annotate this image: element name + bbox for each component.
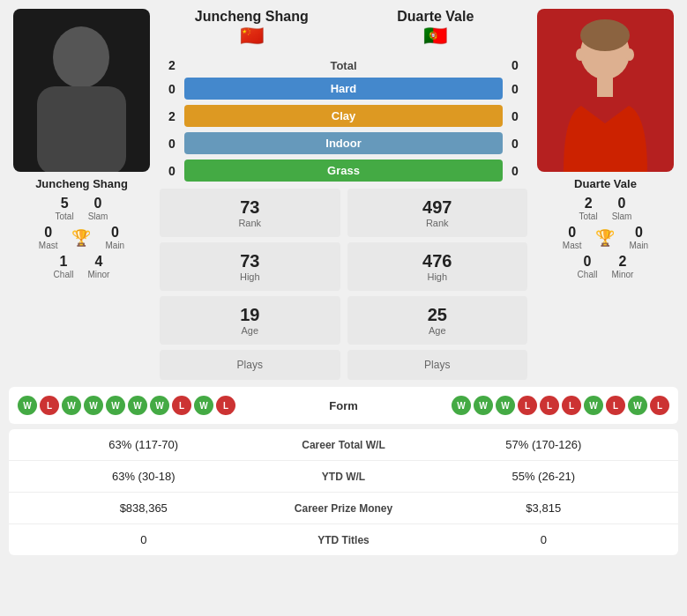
right-stats-row2: 0 Mast 🏆 0 Main — [533, 225, 678, 250]
left-form-badges: WLWWWWWLWL — [18, 396, 235, 415]
right-indoor-score: 0 — [506, 137, 524, 151]
left-flag: 🇨🇳 — [160, 25, 344, 48]
clay-badge: Clay — [184, 105, 503, 127]
stats-left-val: 63% (30-18) — [23, 470, 265, 483]
right-age-lbl: Age — [360, 325, 516, 336]
left-hard-score: 0 — [163, 82, 181, 96]
left-indoor-score: 0 — [163, 137, 181, 151]
plays-boxes-row: Plays Plays — [160, 350, 527, 380]
stats-row: 63% (117-70)Career Total W/L57% (170-126… — [9, 429, 678, 461]
right-plays-box: Plays — [347, 350, 528, 380]
total-label: Total — [184, 59, 503, 72]
stats-row: $838,365Career Prize Money$3,815 — [9, 493, 678, 524]
left-player-avatar — [13, 9, 150, 172]
left-age-val: 19 — [172, 305, 328, 325]
form-badge-w: W — [18, 396, 37, 415]
left-rank-lbl: Rank — [172, 218, 328, 228]
grass-row: 0 Grass 0 — [163, 160, 524, 182]
form-badge-l: L — [216, 396, 235, 415]
right-age-box: 25 Age — [347, 296, 528, 345]
form-badge-w: W — [584, 396, 603, 415]
left-total: 5 Total — [56, 196, 74, 221]
svg-point-0 — [53, 26, 109, 88]
form-badge-w: W — [150, 396, 169, 415]
right-player-name: Duarte Vale — [574, 177, 637, 190]
svg-rect-4 — [597, 78, 613, 97]
total-row: 2 Total 0 — [163, 58, 524, 72]
form-badge-w: W — [474, 396, 493, 415]
right-clay-score: 0 — [506, 109, 524, 123]
right-trophy-icon: 🏆 — [595, 228, 615, 248]
left-slam: 0 Slam — [88, 196, 108, 221]
left-player-stats: 5 Total 0 Slam 0 Mast — [9, 196, 154, 279]
svg-rect-1 — [37, 86, 126, 172]
right-player-card: Duarte Vale 2 Total 0 Slam — [533, 9, 678, 279]
right-grass-score: 0 — [506, 164, 524, 178]
left-player-section: Juncheng Shang 5 Total 0 Slam — [9, 9, 154, 380]
right-hard-score: 0 — [506, 82, 524, 96]
stats-center-label: Career Prize Money — [265, 502, 423, 515]
right-rank-val: 497 — [360, 197, 516, 218]
indoor-row: 0 Indoor 0 — [163, 132, 524, 154]
grass-badge: Grass — [184, 160, 503, 182]
right-minor: 2 Minor — [611, 254, 633, 279]
main-container: Juncheng Shang 5 Total 0 Slam — [0, 0, 687, 564]
form-badge-w: W — [628, 396, 647, 415]
right-player-stats: 2 Total 0 Slam 0 Mast 🏆 — [533, 196, 678, 279]
stats-center-label: YTD W/L — [265, 471, 423, 483]
stats-row: 63% (30-18)YTD W/L55% (26-21) — [9, 461, 678, 493]
right-stats-row3: 0 Chall 2 Minor — [533, 254, 678, 279]
age-boxes-row: 19 Age 25 Age — [160, 296, 527, 345]
form-badge-l: L — [518, 396, 537, 415]
svg-point-3 — [580, 19, 630, 51]
left-chall: 1 Chall — [54, 254, 74, 279]
left-stats-row1: 5 Total 0 Slam — [9, 196, 154, 221]
left-name-center: Juncheng Shang — [160, 9, 344, 25]
form-badge-w: W — [128, 396, 147, 415]
form-label: Form — [313, 399, 375, 412]
right-form-badges: WWWLLLWLWL — [452, 396, 669, 415]
left-plays-lbl: Plays — [172, 359, 328, 371]
right-high-lbl: High — [360, 271, 516, 282]
left-age-lbl: Age — [172, 325, 328, 336]
left-mast: 0 Mast — [39, 225, 58, 250]
left-name-flag: Juncheng Shang 🇨🇳 — [160, 9, 344, 48]
hard-row: 0 Hard 0 — [163, 78, 524, 100]
left-plays-box: Plays — [160, 350, 340, 380]
clay-row: 2 Clay 0 — [163, 105, 524, 127]
form-badge-w: W — [84, 396, 103, 415]
left-high-lbl: High — [172, 271, 328, 282]
form-row: WLWWWWWLWL Form WWWLLLWLWL — [18, 396, 669, 415]
right-mast: 0 Mast — [563, 225, 582, 250]
left-total-score: 2 — [163, 58, 181, 72]
indoor-badge: Indoor — [184, 132, 503, 154]
right-rank-lbl: Rank — [360, 218, 516, 228]
form-badge-l: L — [650, 396, 669, 415]
stats-right-val: 0 — [423, 533, 665, 546]
left-main: 0 Main — [105, 225, 124, 250]
high-boxes-row: 73 High 476 High — [160, 242, 527, 291]
form-badge-l: L — [172, 396, 191, 415]
right-chall: 0 Chall — [578, 254, 598, 279]
right-total: 2 Total — [579, 196, 598, 221]
right-high-box: 476 High — [347, 242, 528, 291]
form-badge-w: W — [62, 396, 81, 415]
stats-table: 63% (117-70)Career Total W/L57% (170-126… — [9, 429, 678, 555]
svg-point-6 — [625, 48, 634, 61]
right-name-flag: Duarte Vale 🇵🇹 — [344, 9, 528, 48]
right-total-score: 0 — [506, 58, 524, 72]
left-player-name: Juncheng Shang — [35, 177, 128, 190]
left-rank-val: 73 — [172, 197, 328, 218]
stats-left-val: 0 — [23, 533, 265, 546]
form-badge-w: W — [496, 396, 515, 415]
right-stats-row1: 2 Total 0 Slam — [533, 196, 678, 221]
stats-left-val: $838,365 — [23, 501, 265, 515]
left-rank-box: 73 Rank — [160, 189, 340, 237]
right-flag: 🇵🇹 — [344, 25, 528, 48]
right-player-section: Duarte Vale 2 Total 0 Slam — [533, 9, 678, 380]
form-badge-l: L — [606, 396, 625, 415]
form-badge-l: L — [540, 396, 559, 415]
form-badge-w: W — [194, 396, 213, 415]
right-name-center: Duarte Vale — [344, 9, 528, 25]
stats-row: 0YTD Titles0 — [9, 524, 678, 555]
